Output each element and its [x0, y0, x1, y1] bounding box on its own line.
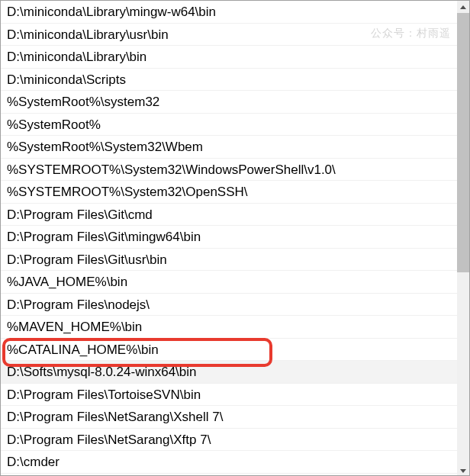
path-text: %SystemRoot% — [7, 117, 101, 132]
path-text: %JAVA_HOME%\bin — [7, 275, 127, 289]
path-list-item[interactable]: %SYSTEMROOT%\System32\OpenSSH\ — [1, 181, 459, 204]
path-list-item[interactable]: %JAVA_HOME%\bin — [1, 271, 459, 294]
path-text: %SystemRoot%\system32 — [7, 95, 159, 109]
path-list-item[interactable]: D:\Program Files\Git\cmd — [1, 204, 459, 227]
path-text: D:\Softs\mysql-8.0.24-winx64\bin — [7, 365, 197, 379]
scrollbar-arrow-up[interactable] — [457, 1, 469, 13]
path-text: D:\miniconda\Library\bin — [7, 50, 146, 64]
path-list-item[interactable]: %SystemRoot%\system32 — [1, 91, 459, 114]
path-list-item[interactable]: %CATALINA_HOME%\bin — [1, 339, 459, 362]
path-text: D:\Program Files\Git\cmd — [7, 207, 153, 222]
path-text: D:\Program Files\Git\usr\bin — [7, 252, 167, 267]
path-text: D:\cmder — [7, 455, 60, 469]
path-text: %SYSTEMROOT%\System32\WindowsPowerShell\… — [7, 162, 336, 177]
path-list-item[interactable]: D:\Program Files\Git\mingw64\bin — [1, 226, 459, 249]
scrollbar-track[interactable] — [457, 1, 469, 476]
path-list-container: D:\miniconda\Library\mingw-w64\binD:\min… — [1, 1, 459, 475]
path-list-item[interactable]: %MAVEN_HOME%\bin — [1, 316, 459, 339]
path-list-item[interactable]: C:\Program Files\Calibre2\ — [1, 474, 459, 476]
path-list-item[interactable]: D:\miniconda\Library\usr\bin — [1, 24, 459, 47]
path-text: D:\Program Files\nodejs\ — [7, 298, 150, 312]
path-list-item[interactable]: D:\Program Files\NetSarang\Xshell 7\ — [1, 406, 459, 429]
path-list-item[interactable]: %SystemRoot% — [1, 114, 459, 137]
path-list-item[interactable]: D:\Program Files\TortoiseSVN\bin — [1, 384, 459, 407]
path-list-item[interactable]: D:\Softs\mysql-8.0.24-winx64\bin — [1, 361, 459, 384]
path-text: D:\Program Files\NetSarang\Xftp 7\ — [7, 433, 211, 447]
path-list-item[interactable]: D:\miniconda\Scripts — [1, 69, 459, 92]
path-list-item[interactable]: D:\Program Files\Git\usr\bin — [1, 249, 459, 272]
path-list-item[interactable]: D:\Program Files\NetSarang\Xftp 7\ — [1, 429, 459, 452]
chevron-down-icon — [460, 469, 466, 473]
path-list-item[interactable]: %SYSTEMROOT%\System32\WindowsPowerShell\… — [1, 159, 459, 182]
path-list-item[interactable]: D:\miniconda\Library\mingw-w64\bin — [1, 1, 459, 24]
path-text: D:\Program Files\Git\mingw64\bin — [7, 230, 201, 244]
path-text: D:\miniconda\Scripts — [7, 72, 126, 87]
path-list-item[interactable]: D:\cmder — [1, 451, 459, 474]
scrollbar-thumb[interactable] — [457, 13, 469, 272]
scrollbar-arrow-down[interactable] — [457, 465, 469, 476]
path-list-item[interactable]: D:\miniconda\Library\bin — [1, 46, 459, 69]
path-text: D:\Program Files\NetSarang\Xshell 7\ — [7, 410, 223, 424]
path-list-item[interactable]: D:\Program Files\nodejs\ — [1, 294, 459, 317]
path-list-item[interactable]: %SystemRoot%\System32\Wbem — [1, 136, 459, 159]
path-text: D:\miniconda\Library\usr\bin — [7, 27, 169, 42]
chevron-up-icon — [460, 5, 466, 9]
path-text: %MAVEN_HOME%\bin — [7, 320, 142, 334]
path-text: %SYSTEMROOT%\System32\OpenSSH\ — [7, 185, 248, 199]
path-text: D:\Program Files\TortoiseSVN\bin — [7, 388, 201, 402]
path-text: %CATALINA_HOME%\bin — [7, 343, 159, 357]
path-text: %SystemRoot%\System32\Wbem — [7, 140, 203, 154]
path-text: D:\miniconda\Library\mingw-w64\bin — [7, 5, 216, 19]
